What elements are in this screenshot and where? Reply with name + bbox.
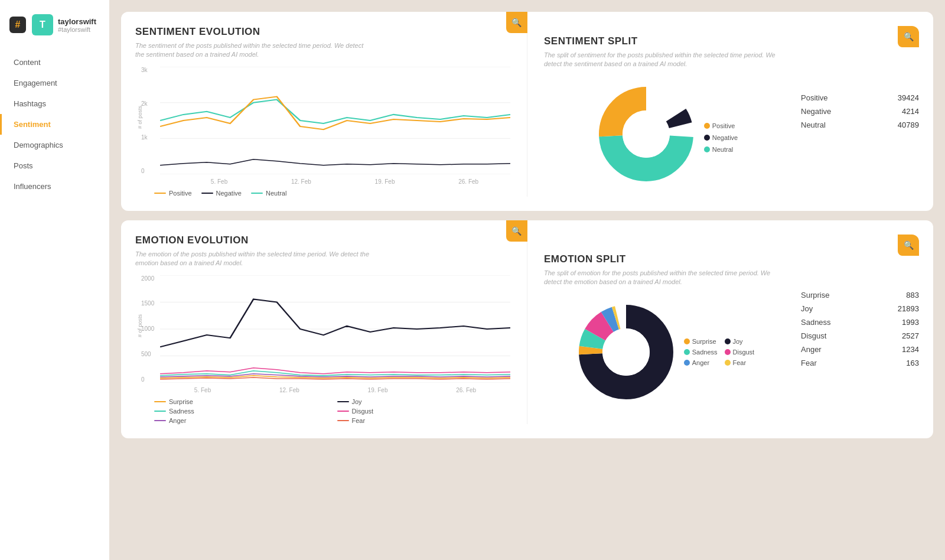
donut-legend-anger: Anger <box>684 359 718 366</box>
sentiment-donut-wrapper: Positive Negative Neutral <box>544 81 787 187</box>
stat-neutral-value: 40789 <box>898 121 919 129</box>
stat-negative-label: Negative <box>801 107 831 116</box>
nav-menu: Content Engagement Hashtags Sentiment De… <box>0 52 109 197</box>
sidebar-item-sentiment[interactable]: Sentiment <box>0 114 109 135</box>
emotion-split-zoom-wrap: 🔍 <box>898 235 919 256</box>
sentiment-split-desc: The split of sentiment for the posts pub… <box>544 51 780 69</box>
sidebar-item-influencers[interactable]: Influencers <box>0 176 109 197</box>
emotion-split-desc: The split of emotion for the posts publi… <box>544 269 780 287</box>
legend-neutral: Neutral <box>251 190 286 197</box>
stat-joy-label: Joy <box>801 304 813 313</box>
sidebar: # T taylorswift #taylorswift Content Eng… <box>0 0 109 560</box>
svg-point-19 <box>602 328 650 376</box>
emotion-evolution-chart: 2000150010005000 # of posts <box>141 275 510 393</box>
divider-sentiment <box>527 26 527 197</box>
sentiment-evolution-title: SENTIMENT EVOLUTION <box>135 26 510 38</box>
legend-anger: Anger <box>154 417 328 424</box>
sidebar-item-hashtags[interactable]: Hashtags <box>0 93 109 114</box>
y-axis-title-emotion: # of posts <box>137 314 143 337</box>
donut-legend-neutral: Neutral <box>704 146 738 153</box>
stat-anger-label: Anger <box>801 345 822 354</box>
emotion-chart-svg-area <box>160 275 510 383</box>
stat-fear-label: Fear <box>801 359 817 367</box>
stat-surprise: Surprise 883 <box>801 291 919 299</box>
sidebar-header: # T taylorswift #taylorswift <box>0 9 109 47</box>
sentiment-split-content: SENTIMENT SPLIT The split of sentiment f… <box>544 35 787 187</box>
stat-disgust: Disgust 2527 <box>801 331 919 340</box>
main-content: 🔍 SENTIMENT EVOLUTION The sentiment of t… <box>109 0 945 560</box>
emotion-split-title: EMOTION SPLIT <box>544 253 787 265</box>
emotion-split-panel: 🔍 EMOTION SPLIT The split of emotion for… <box>544 235 919 424</box>
sentiment-split-zoom[interactable]: 🔍 <box>898 26 919 47</box>
legend-positive: Positive <box>154 190 192 197</box>
stat-sadness-value: 1993 <box>902 318 919 327</box>
legend-sadness: Sadness <box>154 408 328 415</box>
legend-negative: Negative <box>201 190 242 197</box>
emotion-evolution-panel: 🔍 EMOTION EVOLUTION The emotion of the p… <box>135 235 510 424</box>
stat-negative-value: 4214 <box>902 107 919 116</box>
x-labels-emotion: 5. Feb 12. Feb 19. Feb 26. Feb <box>160 387 510 393</box>
donut-legend-disgust: Disgust <box>725 349 758 356</box>
sentiment-stats: Positive 39424 Negative 4214 Neutral 407… <box>801 93 919 129</box>
sentiment-row: 🔍 SENTIMENT EVOLUTION The sentiment of t… <box>121 12 933 211</box>
sentiment-split-title: SENTIMENT SPLIT <box>544 35 787 47</box>
username: taylorswift <box>58 17 96 26</box>
stat-joy: Joy 21893 <box>801 304 919 313</box>
sentiment-donut-legend: Positive Negative Neutral <box>704 122 738 153</box>
app-logo: # <box>9 17 26 33</box>
donut-legend-joy: Joy <box>725 338 758 345</box>
stat-neutral-label: Neutral <box>801 121 826 129</box>
sidebar-item-content[interactable]: Content <box>0 52 109 73</box>
stat-fear-value: 163 <box>906 359 919 367</box>
legend-surprise: Surprise <box>154 398 328 405</box>
emotion-evolution-legend: Surprise Joy Sadness Disgust Anger <box>154 398 510 424</box>
user-info: taylorswift #taylorswift <box>58 17 96 33</box>
avatar: T <box>32 14 53 35</box>
emotion-evolution-desc: The emotion of the posts published withi… <box>135 250 372 268</box>
sentiment-split-zoom-wrap: 🔍 <box>898 26 919 47</box>
sentiment-split-panel: 🔍 SENTIMENT SPLIT The split of sentiment… <box>544 26 919 197</box>
legend-disgust: Disgust <box>337 408 511 415</box>
legend-joy: Joy <box>337 398 511 405</box>
stat-sadness: Sadness 1993 <box>801 318 919 327</box>
stat-sadness-label: Sadness <box>801 318 831 327</box>
sidebar-item-demographics[interactable]: Demographics <box>0 135 109 155</box>
stat-neutral: Neutral 40789 <box>801 121 919 129</box>
donut-legend-sadness: Sadness <box>684 349 718 356</box>
stat-anger: Anger 1234 <box>801 345 919 354</box>
emotion-donut-wrapper: Surprise Joy Sadness Disgust <box>544 299 787 405</box>
emotion-stats: Surprise 883 Joy 21893 Sadness 1993 Disg… <box>801 291 919 367</box>
emotion-split-content: EMOTION SPLIT The split of emotion for t… <box>544 253 787 405</box>
stat-positive: Positive 39424 <box>801 93 919 102</box>
stat-surprise-value: 883 <box>906 291 919 299</box>
stat-positive-label: Positive <box>801 93 828 102</box>
sidebar-item-engagement[interactable]: Engagement <box>0 73 109 93</box>
stat-negative: Negative 4214 <box>801 107 919 116</box>
x-labels-sentiment: 5. Feb 12. Feb 19. Feb 26. Feb <box>179 178 510 185</box>
stat-anger-value: 1234 <box>902 345 919 354</box>
svg-point-7 <box>623 110 670 158</box>
donut-legend-negative: Negative <box>704 134 738 141</box>
emotion-donut-chart <box>573 299 679 405</box>
y-axis-title-sentiment: # of posts <box>137 106 143 129</box>
emotion-evolution-zoom[interactable]: 🔍 <box>506 220 527 242</box>
emotion-split-zoom[interactable]: 🔍 <box>898 235 919 256</box>
user-handle: #taylorswift <box>58 26 96 33</box>
sidebar-item-posts[interactable]: Posts <box>0 155 109 176</box>
sentiment-evolution-chart: 3k2k1k0 # of posts <box>141 67 510 185</box>
sentiment-donut-chart <box>593 81 699 187</box>
legend-fear: Fear <box>337 417 511 424</box>
emotion-row: 🔍 EMOTION EVOLUTION The emotion of the p… <box>121 220 933 438</box>
sentiment-evolution-desc: The sentiment of the posts published wit… <box>135 41 372 60</box>
divider-emotion <box>527 235 527 424</box>
stat-joy-value: 21893 <box>898 304 919 313</box>
emotion-evolution-title: EMOTION EVOLUTION <box>135 235 510 246</box>
stat-positive-value: 39424 <box>898 93 919 102</box>
sentiment-chart-svg-area <box>160 67 510 174</box>
sentiment-evolution-legend: Positive Negative Neutral <box>154 190 510 197</box>
sentiment-evolution-zoom[interactable]: 🔍 <box>506 12 527 33</box>
stat-disgust-label: Disgust <box>801 331 826 340</box>
sentiment-evolution-panel: 🔍 SENTIMENT EVOLUTION The sentiment of t… <box>135 26 510 197</box>
y-labels-emotion: 2000150010005000 <box>141 275 154 393</box>
stat-surprise-label: Surprise <box>801 291 829 299</box>
